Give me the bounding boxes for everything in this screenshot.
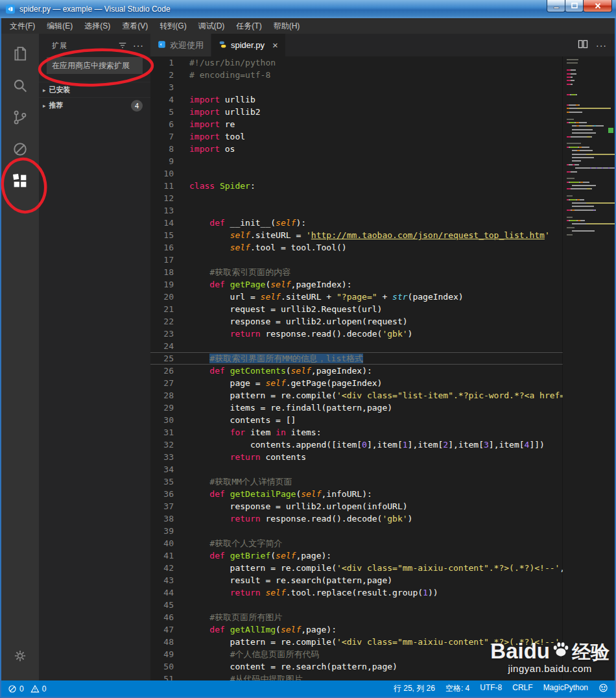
editor-body[interactable]: 1#!/usr/bin/python2# encoding=utf-834imp… [150,56,615,680]
sidebar-title: 扩展 [52,41,112,51]
line-number: 17 [150,254,174,266]
code-text: import urllib2 [189,106,261,118]
code-text: self.siteURL = 'http://mm.taobao.com/jso… [189,229,550,241]
menu-item[interactable]: 任务(T) [230,18,267,34]
code-text: return response.read().decode('gbk') [189,328,412,340]
code-text: contents.append([item[0],item[1],item[2]… [189,439,545,451]
code-line: 44 return self.tool.replace(result.group… [150,586,615,599]
section-badge: 4 [131,100,143,112]
line-number: 47 [150,623,174,636]
line-number: 45 [150,599,174,611]
code-line: 27 page = self.getPage(pageIndex) [150,377,615,389]
line-number: 20 [150,291,174,303]
code-text: response = urllib2.urlopen(infoURL) [189,500,408,512]
tab-欢迎使用[interactable]: 欢迎使用 [150,34,211,56]
code-line: 38 return response.read().decode('gbk') [150,512,615,525]
feedback-smiley-icon[interactable] [598,683,608,695]
tab-label: 欢迎使用 [170,40,204,51]
tab-spider.py[interactable]: spider.py× [211,34,286,56]
code-text: def getContents(self,pageIndex): [189,365,372,377]
status-bar: 0 0 行 25, 列 26空格: 4UTF-8CRLFMagicPython [1,680,615,697]
menu-item[interactable]: 转到(G) [154,18,192,34]
more-actions-icon[interactable]: ··· [596,40,607,51]
title-bar: spider.py — example — Visual Studio Code [0,0,616,18]
minimize-icon[interactable] [547,0,565,12]
line-number: 51 [150,673,174,680]
menu-item[interactable]: 文件(F) [4,18,41,34]
minimap-content [567,59,613,235]
section-推荐[interactable]: ▸推荐4 [39,97,150,113]
code-line: 30 contents = [] [150,414,615,426]
code-text: #个人信息页面所有代码 [189,648,319,660]
line-number: 43 [150,574,174,586]
line-number: 1 [150,56,174,69]
code-line: 18 #获取索引页面的内容 [150,266,615,278]
filter-icon[interactable] [118,41,127,50]
explorer-icon[interactable] [4,38,36,69]
code-line: 21 request = urllib2.Request(url) [150,303,615,315]
code-line: 46 #获取页面所有图片 [150,611,615,623]
line-number: 24 [150,340,174,352]
line-number: 31 [150,426,174,439]
split-editor-icon[interactable] [578,39,588,52]
debug-icon[interactable] [4,133,36,165]
code-line: 24 [150,340,615,352]
code-text: result = re.search(pattern,page) [189,574,392,586]
status-right-items: 行 25, 列 26空格: 4UTF-8CRLFMagicPython [394,683,588,694]
errors-indicator[interactable]: 0 [8,684,24,693]
section-已安装[interactable]: ▸已安装 [39,82,150,97]
line-number: 5 [150,106,174,118]
code-line: 8import os [150,143,615,155]
code-text: def __init__(self): [189,217,306,229]
menu-item[interactable]: 编辑(E) [41,18,78,34]
eol[interactable]: CRLF [512,683,532,694]
encoding[interactable]: UTF-8 [480,683,502,694]
maximize-icon[interactable] [565,0,584,12]
line-number: 46 [150,611,174,623]
watermark-site: jingyan.baidu.com [490,663,610,674]
code-text: self.tool = tool.Tool() [189,241,347,254]
language-mode[interactable]: MagicPython [543,683,588,694]
more-actions-icon[interactable]: ··· [133,40,144,51]
code-line: 23 return response.read().decode('gbk') [150,328,615,340]
code-text: #从代码中提取图片 [189,673,302,680]
menu-item[interactable]: 选择(S) [78,18,116,34]
line-number: 8 [150,143,174,155]
close-icon[interactable] [583,0,612,12]
line-number: 12 [150,192,174,204]
code-line: 34 [150,463,615,475]
line-number: 11 [150,180,174,192]
extension-search-input[interactable]: 在应用商店中搜索扩展 [47,57,143,74]
line-number: 32 [150,439,174,451]
code-line: 41 def getBrief(self,page): [150,549,615,562]
code-text: return self.tool.replace(result.group(1)… [189,586,438,599]
code-text: def getDetailPage(self,infoURL): [189,488,372,500]
code-line: 7import tool [150,130,615,143]
vscode-file-icon [158,40,166,51]
minimap[interactable] [563,56,615,680]
line-number: 16 [150,241,174,254]
cursor-position[interactable]: 行 25, 列 26 [394,683,435,694]
sidebar-extensions: 扩展 ··· 在应用商店中搜索扩展 ▸已安装▸推荐4 [39,34,150,680]
extensions-icon[interactable] [4,165,36,197]
line-number: 26 [150,365,174,377]
menu-item[interactable]: 帮助(H) [268,18,306,34]
menu-item[interactable]: 调试(D) [193,18,231,34]
code-text: response = urllib2.urlopen(request) [189,315,408,328]
menu-item[interactable]: 查看(V) [116,18,154,34]
line-number: 4 [150,93,174,106]
code-text: import re [189,118,235,130]
code-line: 43 result = re.search(pattern,page) [150,574,615,586]
menu-bar: 文件(F)编辑(E)选择(S)查看(V)转到(G)调试(D)任务(T)帮助(H) [1,18,615,34]
settings-gear-icon[interactable] [4,640,36,671]
code-line: 22 response = urllib2.urlopen(request) [150,315,615,328]
search-icon[interactable] [4,69,36,101]
close-tab-icon[interactable]: × [272,40,278,50]
python-file-icon [219,40,227,51]
indentation[interactable]: 空格: 4 [445,683,469,694]
line-number: 50 [150,660,174,673]
line-number: 22 [150,315,174,328]
line-number: 30 [150,414,174,426]
source-control-icon[interactable] [4,101,36,133]
warnings-indicator[interactable]: 0 [30,684,47,693]
